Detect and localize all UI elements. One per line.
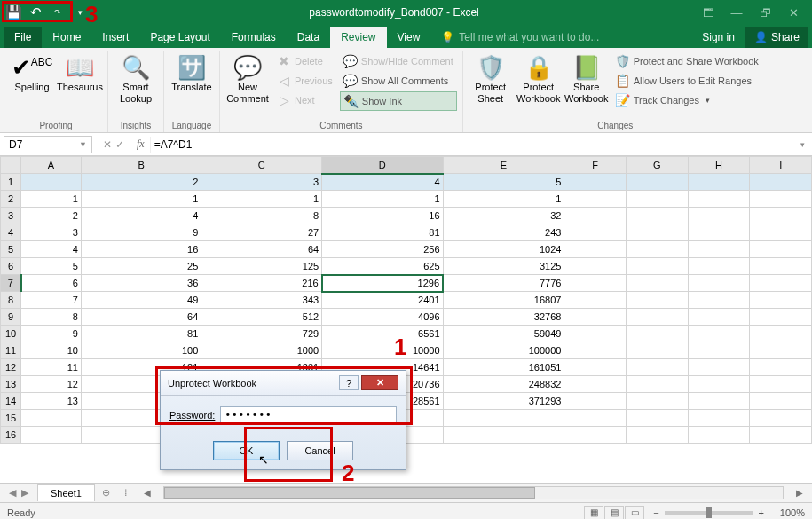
cell-B3[interactable]: 4 [81, 208, 201, 224]
cell-A14[interactable]: 13 [21, 393, 82, 410]
sheet-tab-sheet1[interactable]: Sheet1 [37, 484, 95, 501]
share-button[interactable]: 👤Share [745, 27, 808, 48]
protect-sheet-button[interactable]: 🛡️Protect Sheet [469, 51, 513, 104]
cell-I13[interactable] [750, 376, 812, 393]
cell-F8[interactable] [564, 292, 627, 309]
cell-F2[interactable] [564, 191, 627, 208]
cell-H7[interactable] [688, 275, 750, 292]
cell-H5[interactable] [688, 241, 750, 258]
row-header-9[interactable]: 9 [1, 309, 21, 326]
cell-I7[interactable] [750, 275, 812, 292]
cell-D11[interactable]: 10000 [322, 342, 443, 359]
cell-F12[interactable] [564, 359, 627, 376]
cell-A11[interactable]: 10 [21, 342, 82, 359]
page-break-view-icon[interactable]: ▭ [625, 506, 644, 520]
cell-G11[interactable] [626, 342, 688, 359]
smart-lookup-button[interactable]: 🔍Smart Lookup [114, 51, 158, 104]
cell-H11[interactable] [688, 342, 750, 359]
cell-H15[interactable] [688, 410, 750, 427]
cell-B10[interactable]: 81 [81, 326, 201, 342]
cell-E1[interactable]: 5 [443, 174, 564, 191]
cell-I4[interactable] [750, 224, 812, 241]
cell-I10[interactable] [750, 326, 812, 342]
expand-formula-icon[interactable]: ▾ [793, 140, 812, 149]
tab-formulas[interactable]: Formulas [221, 27, 287, 48]
cell-A12[interactable]: 11 [21, 359, 82, 376]
cell-D1[interactable]: 4 [322, 174, 443, 191]
dialog-close-button[interactable]: ✕ [361, 375, 398, 390]
cell-H1[interactable] [688, 174, 750, 191]
cell-D3[interactable]: 16 [322, 208, 443, 224]
tab-file[interactable]: File [4, 27, 42, 48]
cell-I12[interactable] [750, 359, 812, 376]
cell-C9[interactable]: 512 [201, 309, 322, 326]
cell-G16[interactable] [626, 427, 688, 444]
cell-C11[interactable]: 1000 [201, 342, 322, 359]
cell-A9[interactable]: 8 [21, 309, 82, 326]
name-box[interactable]: D7▼ [4, 136, 92, 153]
cell-G4[interactable] [626, 224, 688, 241]
allow-edit-ranges-button[interactable]: 📋Allow Users to Edit Ranges [612, 72, 762, 90]
cell-E8[interactable]: 16807 [443, 292, 564, 309]
cell-E12[interactable]: 161051 [443, 359, 564, 376]
qat-more-icon[interactable]: ▾ [70, 3, 90, 22]
cell-F15[interactable] [564, 410, 627, 427]
cell-D7[interactable]: 1296 [322, 275, 443, 292]
cell-H8[interactable] [688, 292, 750, 309]
cell-I6[interactable] [750, 258, 812, 275]
cell-F16[interactable] [564, 427, 627, 444]
col-header-D[interactable]: D [322, 157, 443, 174]
cell-H4[interactable] [688, 224, 750, 241]
cell-F6[interactable] [564, 258, 627, 275]
cell-C7[interactable]: 216 [201, 275, 322, 292]
row-header-6[interactable]: 6 [1, 258, 21, 275]
cell-D6[interactable]: 625 [322, 258, 443, 275]
cell-B11[interactable]: 100 [81, 342, 201, 359]
new-comment-button[interactable]: 💬New Comment [225, 51, 270, 104]
share-workbook-button[interactable]: 📗Share Workbook [564, 51, 609, 104]
cell-H9[interactable] [688, 309, 750, 326]
cell-I5[interactable] [750, 241, 812, 258]
cell-A3[interactable]: 2 [21, 208, 82, 224]
cell-G8[interactable] [626, 292, 688, 309]
col-header-A[interactable]: A [21, 157, 82, 174]
cell-H3[interactable] [688, 208, 750, 224]
row-header-7[interactable]: 7 [1, 275, 21, 292]
cell-C6[interactable]: 125 [201, 258, 322, 275]
cell-E3[interactable]: 32 [443, 208, 564, 224]
cell-H2[interactable] [688, 191, 750, 208]
cell-D4[interactable]: 81 [322, 224, 443, 241]
cell-C2[interactable]: 1 [201, 191, 322, 208]
zoom-slider[interactable] [665, 511, 753, 515]
cell-G5[interactable] [626, 241, 688, 258]
row-header-2[interactable]: 2 [1, 191, 21, 208]
cell-F7[interactable] [564, 275, 627, 292]
sign-in-link[interactable]: Sign in [691, 27, 745, 48]
cell-C3[interactable]: 8 [201, 208, 322, 224]
dialog-titlebar[interactable]: Unprotect Workbook ? ✕ [161, 371, 406, 396]
cell-A13[interactable]: 12 [21, 376, 82, 393]
cell-E15[interactable] [443, 410, 564, 427]
cell-A2[interactable]: 1 [21, 191, 82, 208]
row-header-4[interactable]: 4 [1, 224, 21, 241]
cell-F10[interactable] [564, 326, 627, 342]
formula-input[interactable]: =A7^D1 [150, 137, 793, 153]
cell-E13[interactable]: 248832 [443, 376, 564, 393]
select-all-corner[interactable] [1, 157, 21, 174]
cell-A7[interactable]: 6 [21, 275, 82, 292]
row-header-14[interactable]: 14 [1, 393, 21, 410]
col-header-E[interactable]: E [443, 157, 564, 174]
nav-next-icon[interactable]: ▶ [21, 487, 28, 499]
cell-B9[interactable]: 64 [81, 309, 201, 326]
cell-G1[interactable] [626, 174, 688, 191]
cell-A1[interactable] [21, 174, 82, 191]
nav-prev-icon[interactable]: ◀ [9, 487, 16, 499]
qat-dropdown-icon[interactable]: ↷ [48, 3, 67, 22]
thesaurus-button[interactable]: 📖Thesaurus [58, 51, 102, 93]
cancel-button[interactable]: Cancel [287, 441, 353, 460]
translate-button[interactable]: 🈂️Translate [169, 51, 214, 93]
zoom-level[interactable]: 100% [769, 507, 805, 518]
row-header-13[interactable]: 13 [1, 376, 21, 393]
name-box-dropdown-icon[interactable]: ▼ [79, 140, 87, 149]
cell-E7[interactable]: 7776 [443, 275, 564, 292]
